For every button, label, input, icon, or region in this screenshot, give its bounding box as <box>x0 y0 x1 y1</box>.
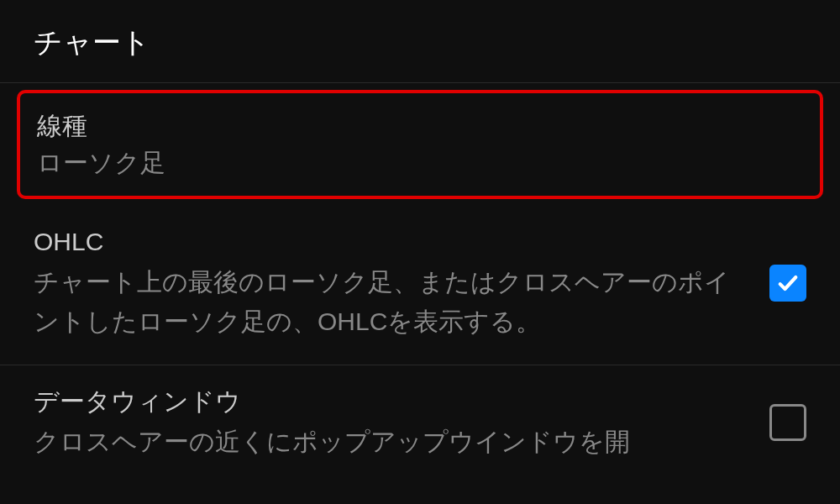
ohlc-setting[interactable]: OHLC チャート上の最後のローソク足、またはクロスヘアーのポイントしたローソク… <box>0 206 840 365</box>
ohlc-description: チャート上の最後のローソク足、またはクロスヘアーのポイントしたローソク足の、OH… <box>34 263 749 341</box>
ohlc-title: OHLC <box>34 224 749 260</box>
data-window-checkbox[interactable] <box>769 404 806 441</box>
data-window-description: クロスヘアーの近くにポップアップウインドウを開 <box>34 423 749 462</box>
data-window-content: データウィンドウ クロスヘアーの近くにポップアップウインドウを開 <box>34 384 769 462</box>
line-type-setting[interactable]: 線種 ローソク足 <box>17 90 823 199</box>
ohlc-checkbox[interactable] <box>769 265 806 302</box>
settings-list: 線種 ローソク足 OHLC チャート上の最後のローソク足、またはクロスヘアーのポ… <box>0 90 840 462</box>
chart-settings-panel: チャート 線種 ローソク足 OHLC チャート上の最後のローソク足、またはクロス… <box>0 0 840 462</box>
ohlc-content: OHLC チャート上の最後のローソク足、またはクロスヘアーのポイントしたローソク… <box>34 224 769 341</box>
line-type-value: ローソク足 <box>37 145 803 181</box>
data-window-setting[interactable]: データウィンドウ クロスヘアーの近くにポップアップウインドウを開 <box>0 365 840 462</box>
check-icon <box>776 271 800 295</box>
data-window-title: データウィンドウ <box>34 384 749 419</box>
line-type-title: 線種 <box>37 108 803 144</box>
section-header: チャート <box>0 0 840 83</box>
